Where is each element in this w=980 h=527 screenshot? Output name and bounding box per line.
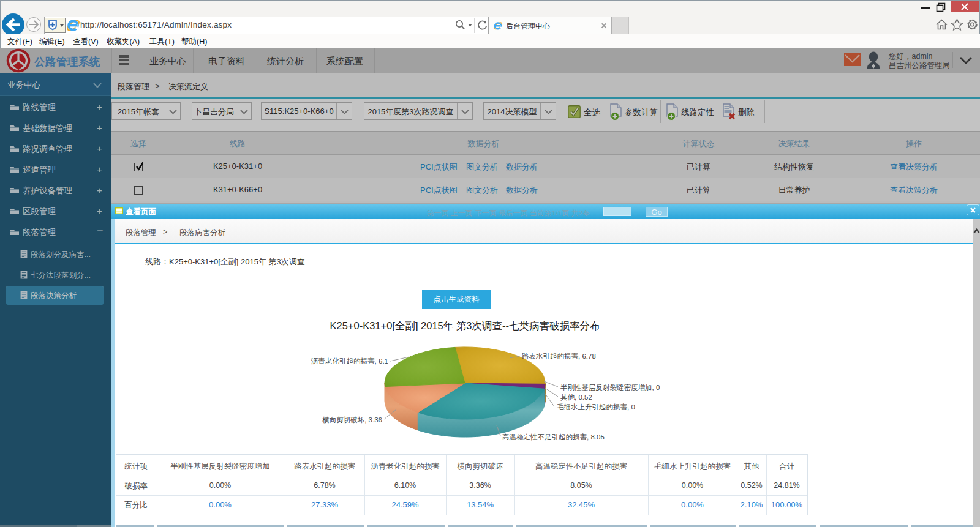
svg-text:路表水引起的损害, 6.78: 路表水引起的损害, 6.78 xyxy=(522,353,596,360)
svg-text:沥青老化引起的损害, 6.1: 沥青老化引起的损害, 6.1 xyxy=(311,357,388,365)
svg-text:半刚性基层反射裂缝密度增加, 0: 半刚性基层反射裂缝密度增加, 0 xyxy=(560,384,660,391)
svg-text:高温稳定性不足引起的损害, 8.05: 高温稳定性不足引起的损害, 8.05 xyxy=(502,433,605,441)
svg-text:毛细水上升引起的损害, 0: 毛细水上升引起的损害, 0 xyxy=(557,403,635,411)
svg-text:其他, 0.52: 其他, 0.52 xyxy=(560,394,592,401)
svg-text:横向剪切破坏, 3.36: 横向剪切破坏, 3.36 xyxy=(322,416,382,424)
